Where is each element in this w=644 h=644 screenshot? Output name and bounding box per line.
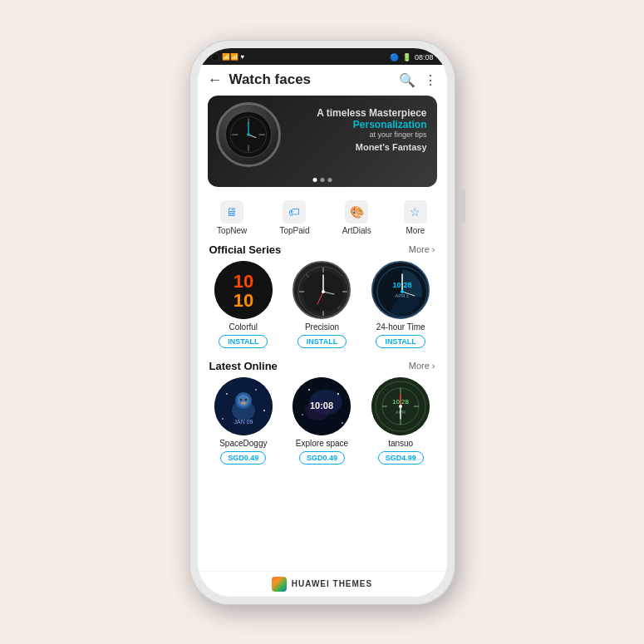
power-button[interactable] [460,189,465,223]
latest-online-title: Latest Online [209,360,278,372]
more-tab-icon: ☆ [404,200,427,224]
dot-1 [312,178,317,182]
tab-more-label: More [406,226,425,235]
dot-2 [320,178,324,182]
latest-online-more[interactable]: More › [409,361,435,371]
svg-point-35 [226,393,228,395]
svg-point-49 [308,389,310,391]
signal-icon: 📶📶 [222,53,238,61]
watch-preview [216,102,283,177]
back-button[interactable]: ← [208,71,223,89]
page-title: Watch faces [229,71,399,88]
banner-subtitle2: at your finger tips [317,130,426,139]
face-colorful[interactable]: 10 10 [214,261,273,319]
install-24hour-button[interactable]: INSTALL [376,335,425,348]
tab-more[interactable]: ☆ More [404,200,427,235]
svg-text:10:08: 10:08 [310,401,333,410]
footer-bar: HUAWEI THEMES [198,571,447,597]
bluetooth-icon: 🔵 [390,53,399,61]
svg-point-44 [241,401,246,404]
face-item-24hour: 10:28 APR L 24-hour Time INSTALL [371,261,430,348]
watch-face-detail [225,111,272,158]
banner-subtitle: Personalization [317,119,426,130]
huawei-logo-icon [272,577,287,592]
banner-text: A timeless Masterpiece Personalization a… [317,107,426,152]
banner-title: A timeless Masterpiece [317,107,426,119]
tab-top-paid-label: TopPaid [279,226,309,235]
face-item-tansuo: 10:28 APR tansuo SGD4.99 [371,377,430,465]
tab-art-dials[interactable]: 🎨 ArtDials [342,200,371,235]
face-item-colorful: 10 10 Colorful INSTALL [214,261,273,348]
official-series-header: Official Series More › [198,240,447,261]
top-bar: ← Watch faces 🔍 ⋮ [198,65,447,96]
svg-point-26 [322,290,325,293]
face-colorful-name: Colorful [229,322,258,332]
face-explore-space[interactable]: 10:08 [293,377,351,435]
status-time: 08:08 [415,53,434,61]
search-icon[interactable]: 🔍 [399,72,415,88]
svg-text:10: 10 [234,290,253,311]
top-new-icon: 🖥 [220,200,243,224]
health-icon: ♥ [241,53,245,61]
official-series-more[interactable]: More › [409,244,435,254]
face-spacedoggy[interactable]: JAN 09 [214,377,273,435]
huawei-brand-text: HUAWEI THEMES [292,579,372,588]
svg-point-41 [238,395,249,406]
category-tabs: 🖥 TopNew 🏷 TopPaid 🎨 ArtDials ☆ More [198,195,447,240]
price-explore-button[interactable]: SGD0.49 [299,451,345,465]
dot-3 [327,178,332,182]
top-icons: 🔍 ⋮ [399,72,437,88]
svg-point-8 [247,133,250,136]
svg-point-43 [244,398,247,401]
face-tansuo[interactable]: 10:28 APR [371,377,430,435]
svg-text:APR L: APR L [395,293,410,298]
svg-point-36 [255,389,257,391]
face-tansuo-name: tansuo [388,439,413,448]
face-24hour[interactable]: 10:28 APR L [371,261,430,319]
tab-top-new-label: TopNew [217,226,247,235]
svg-point-42 [239,398,242,401]
phone-frame: 📶📶 ♥ 🔵 🔋 08:08 ← Watch faces 🔍 ⋮ [189,40,455,605]
svg-point-65 [399,405,402,408]
face-item-precision: Precision INSTALL [293,261,351,348]
tab-art-dials-label: ArtDials [342,226,371,235]
art-dials-icon: 🎨 [345,200,368,224]
install-precision-button[interactable]: INSTALL [297,335,347,348]
phone-screen: 📶📶 ♥ 🔵 🔋 08:08 ← Watch faces 🔍 ⋮ [198,48,447,597]
latest-online-header: Latest Online More › [198,356,447,377]
svg-text:10: 10 [234,271,253,292]
camera-dot [211,53,219,61]
official-series-title: Official Series [209,243,282,256]
install-colorful-button[interactable]: INSTALL [219,335,268,348]
promo-banner[interactable]: A timeless Masterpiece Personalization a… [208,96,437,187]
menu-icon[interactable]: ⋮ [424,72,437,88]
svg-point-38 [222,418,224,420]
banner-dots [312,178,332,182]
face-item-spacedoggy: JAN 09 SpaceDoggy SGD0.49 [214,377,273,465]
price-spacedoggy-button[interactable]: SGD0.49 [220,451,266,465]
tab-top-new[interactable]: 🖥 TopNew [217,200,247,235]
tab-top-paid[interactable]: 🏷 TopPaid [279,200,309,235]
svg-text:JAN 09: JAN 09 [234,419,253,425]
face-precision-name: Precision [305,322,339,332]
svg-point-52 [302,414,304,415]
svg-point-37 [263,410,265,411]
face-item-explore: 10:08 Explore space SGD0.49 [293,377,351,465]
watch-circle [216,102,281,167]
battery-icon: 🔋 [402,53,411,61]
face-spacedoggy-name: SpaceDoggy [219,439,267,448]
top-paid-icon: 🏷 [283,200,306,224]
official-series-row: 10 10 Colorful INSTALL [198,261,447,356]
svg-point-51 [342,422,343,424]
banner-watch-name: Monet's Fantasy [317,142,426,152]
face-explore-name: Explore space [296,439,348,448]
latest-online-row: JAN 09 SpaceDoggy SGD0.49 [198,377,447,471]
status-bar: 📶📶 ♥ 🔵 🔋 08:08 [198,48,447,65]
price-tansuo-button[interactable]: SGD4.99 [378,451,424,465]
face-24hour-name: 24-hour Time [376,322,425,332]
svg-point-33 [401,290,404,293]
svg-point-50 [337,392,339,394]
face-precision[interactable] [293,261,351,319]
